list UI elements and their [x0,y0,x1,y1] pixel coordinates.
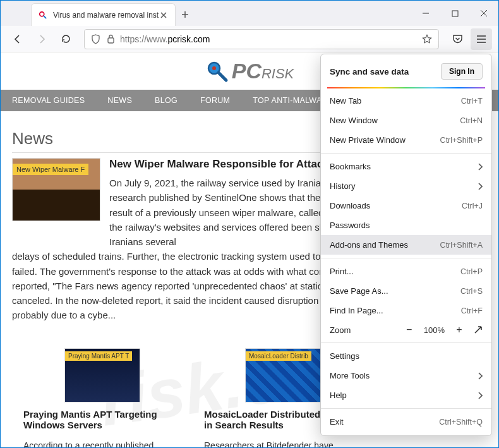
zoom-value: 100% [424,325,445,335]
menu-zoom: Zoom − 100% + [321,320,491,339]
logo-text: PCRISK [232,59,294,83]
minimize-button[interactable] [411,1,440,26]
svg-point-0 [40,11,44,16]
card-thumbnail[interactable]: MosaicLoader Distrib [245,348,321,403]
menu-separator [321,258,491,258]
logo-icon [205,59,229,83]
card-body: According to a recently published [23,439,181,448]
app-menu: Sync and save data Sign In New TabCtrl+T… [320,54,492,436]
menu-new-window[interactable]: New WindowCtrl+N [321,111,491,130]
svg-point-5 [212,66,216,70]
nav-blog[interactable]: BLOG [155,96,177,105]
menu-separator [321,408,491,409]
titlebar: Virus and malware removal inst [1,1,498,26]
chevron-right-icon [478,372,483,380]
menu-exit[interactable]: ExitCtrl+Shift+Q [321,412,491,432]
pocket-icon[interactable] [447,28,468,50]
tab-close-icon[interactable] [159,10,169,20]
sign-in-button[interactable]: Sign In [441,63,483,80]
menu-settings[interactable]: Settings [321,346,491,366]
reload-button[interactable] [55,28,76,50]
card-body: Researchers at Bitdefender have [204,439,362,448]
zoom-out-button[interactable]: − [404,324,415,336]
menu-downloads[interactable]: DownloadsCtrl+J [321,196,491,215]
nav-forum[interactable]: FORUM [200,96,230,105]
menu-separator [321,153,491,154]
sync-title: Sync and save data [330,67,409,76]
menu-sync-header: Sync and save data Sign In [321,54,491,87]
menu-bookmarks[interactable]: Bookmarks [321,157,491,176]
lock-icon[interactable] [105,33,116,45]
card-title[interactable]: Praying Mantis APT Targeting Windows Ser… [23,409,181,434]
browser-tab[interactable]: Virus and malware removal inst [31,3,176,26]
menu-new-private-window[interactable]: New Private WindowCtrl+Shift+P [321,130,491,150]
fullscreen-icon[interactable] [474,325,483,334]
menu-more-tools[interactable]: More Tools [321,366,491,385]
thumbnail-label: New Wiper Malware F [13,164,88,175]
svg-rect-3 [108,38,114,43]
card-label: MosaicLoader Distrib [246,351,311,361]
svg-line-1 [44,15,46,18]
shield-icon[interactable] [90,33,101,45]
nav-removal-guides[interactable]: REMOVAL GUIDES [12,96,85,105]
maximize-button[interactable] [440,1,469,26]
window-controls [411,1,498,26]
menu-addons-themes[interactable]: Add-ons and ThemesCtrl+Shift+A [321,235,491,255]
nav-news[interactable]: NEWS [107,96,132,105]
news-card: Praying Mantis APT T Praying Mantis APT … [23,348,181,448]
forward-button[interactable] [31,28,52,50]
menu-passwords[interactable]: Passwords [321,215,491,235]
chevron-right-icon [478,392,483,399]
url-bar[interactable]: https://www.pcrisk.com [84,29,439,49]
close-button[interactable] [469,1,498,26]
menu-help[interactable]: Help [321,385,491,405]
menu-find-in-page[interactable]: Find In Page...Ctrl+F [321,301,491,320]
menu-print[interactable]: Print...Ctrl+P [321,262,491,281]
card-thumbnail[interactable]: Praying Mantis APT T [64,348,140,403]
bookmark-star-icon[interactable] [421,33,433,45]
card-label: Praying Mantis APT T [65,351,132,361]
chevron-right-icon [478,183,483,190]
svg-rect-2 [452,11,458,16]
article-thumbnail[interactable]: New Wiper Malware F [12,158,100,221]
url-text: https://www.pcrisk.com [120,34,210,44]
chevron-right-icon [478,163,483,171]
favicon-icon [38,10,48,20]
menu-history[interactable]: History [321,176,491,196]
menu-new-tab[interactable]: New TabCtrl+T [321,91,491,111]
new-tab-button[interactable] [176,3,195,26]
rainbow-divider [327,87,485,88]
tab-title: Virus and malware removal inst [53,11,159,20]
menu-save-page[interactable]: Save Page As...Ctrl+S [321,281,491,301]
svg-line-6 [219,73,226,80]
menu-separator [321,342,491,343]
app-menu-button[interactable] [471,28,492,50]
zoom-in-button[interactable]: + [454,324,465,336]
back-button[interactable] [7,28,28,50]
toolbar: https://www.pcrisk.com [1,26,498,52]
